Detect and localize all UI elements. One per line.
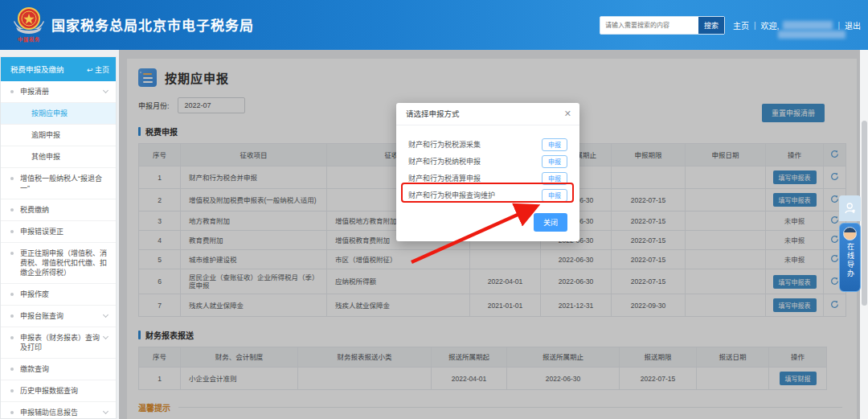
sidebar-item-label: 申报台账查询 (20, 311, 100, 321)
sidebar-item-label: 其他申报 (31, 152, 109, 162)
bullet-icon (10, 314, 14, 318)
chevron-down-icon (103, 88, 108, 93)
header-search: 搜索 (600, 16, 725, 35)
modal-option-label: 财产和行为税申报查询维护 (408, 190, 495, 200)
sidebar-item-label: 历史申报数据查询 (20, 386, 109, 396)
online-guide-label: 在线导办 (845, 243, 854, 278)
bullet-icon (10, 90, 14, 93)
bullet-icon (10, 230, 14, 233)
declare-mode-modal: 请选择申报方式 ✕ 财产和行为税税源采集申报财产和行为税纳税申报申报财产和行为税… (396, 103, 579, 241)
sidebar-title: 税费申报及缴纳 (10, 64, 87, 75)
sidebar-item[interactable]: 申报清册 (1, 81, 116, 103)
close-icon[interactable]: ✕ (564, 109, 571, 118)
bullet-icon (10, 336, 14, 339)
site-title: 国家税务总局北京市电子税务局 (51, 14, 254, 35)
user-name-blurred-line2 (778, 31, 845, 39)
welcome-text: 欢迎, (761, 19, 780, 31)
sidebar-item[interactable]: 逾期申报 (1, 125, 116, 146)
top-header: 中国税务 国家税务总局北京市电子税务局 搜索 主页 | 欢迎, | 退出 (0, 0, 868, 50)
modal-option: 财产和行为税税源采集申报 (408, 136, 567, 153)
scrollbar (860, 50, 868, 419)
user-star-icon[interactable] (839, 195, 861, 221)
search-button[interactable]: 搜索 (698, 17, 724, 34)
sidebar: 税费申报及缴纳 ↩ 主页 申报清册按期应申报逾期申报其他申报增值税一般纳税人“报… (0, 56, 117, 419)
sidebar-item[interactable]: 申报台账查询 (1, 306, 116, 327)
declare-button[interactable]: 申报 (542, 189, 567, 202)
chevron-down-icon (103, 312, 108, 318)
sidebar-home-button[interactable]: ↩ 主页 (87, 64, 109, 75)
guide-avatar-icon (843, 227, 857, 240)
sidebar-item-label: 申报错误更正 (20, 227, 109, 236)
sidebar-item[interactable]: 增值税一般纳税人“报退合一” (1, 168, 116, 199)
sidebar-item-label: 申报辅助信息报告 (20, 408, 100, 417)
sidebar-item[interactable]: 申报辅助信息报告 (1, 402, 116, 419)
header-links: 主页 | 欢迎, | 退出 (733, 19, 861, 31)
search-input[interactable] (600, 17, 698, 34)
bullet-icon (10, 252, 14, 255)
modal-option: 财产和行为税纳税申报申报 (408, 153, 567, 170)
sidebar-item[interactable]: 申报作废 (1, 284, 116, 306)
tax-emblem-logo: 中国税务 (11, 6, 47, 45)
modal-option: 财产和行为税申报查询维护申报 (408, 187, 567, 203)
online-guide-button[interactable]: 在线导办 (839, 223, 861, 292)
sidebar-item-label: 缴款查询 (20, 364, 109, 374)
modal-option-label: 财产和行为税纳税申报 (408, 156, 481, 166)
home-link[interactable]: 主页 (733, 19, 749, 31)
user-name-blurred (783, 21, 833, 30)
sidebar-item[interactable]: 税费缴纳 (1, 199, 116, 221)
modal-option-label: 财产和行为税税源采集 (408, 139, 481, 150)
chevron-down-icon (103, 409, 108, 414)
sidebar-item[interactable]: 按期应申报 (1, 103, 116, 125)
modal-options: 财产和行为税税源采集申报财产和行为税纳税申报申报财产和行为税清算申报申报财产和行… (396, 125, 579, 203)
sidebar-menu: 申报清册按期应申报逾期申报其他申报增值税一般纳税人“报退合一”税费缴纳申报错误更… (1, 81, 116, 419)
logo-text: 中国税务 (11, 35, 47, 43)
separator: | (754, 21, 756, 30)
sidebar-item-label: 申报清册 (20, 87, 100, 97)
sidebar-item-label: 申报表（财务报表）查询及打印 (20, 333, 100, 352)
online-guide-widget: 在线导办 (839, 195, 861, 292)
bullet-icon (10, 389, 14, 392)
sidebar-item-label: 更正往期申报（增值税、消费税、增值税代扣代缴、扣缴企业所得税） (20, 249, 109, 277)
logout-link[interactable]: 退出 (845, 19, 861, 31)
declare-button[interactable]: 申报 (542, 172, 567, 185)
sidebar-item-label: 按期应申报 (31, 109, 109, 118)
modal-close-button[interactable]: 关闭 (534, 213, 567, 232)
sidebar-item[interactable]: 其他申报 (1, 146, 116, 168)
declare-button[interactable]: 申报 (542, 138, 567, 151)
modal-title: 请选择申报方式 (396, 103, 579, 125)
chevron-down-icon (103, 334, 108, 339)
bullet-icon (10, 368, 14, 371)
sidebar-item[interactable]: 更正往期申报（增值税、消费税、增值税代扣代缴、扣缴企业所得税） (1, 243, 116, 284)
modal-option: 财产和行为税清算申报申报 (408, 170, 567, 187)
scrollbar-thumb[interactable] (862, 121, 867, 306)
declare-button[interactable]: 申报 (542, 155, 567, 168)
bullet-icon (10, 177, 14, 180)
bullet-icon (10, 411, 14, 414)
sidebar-item-label: 申报作废 (20, 290, 109, 299)
separator: | (837, 21, 840, 30)
bullet-icon (10, 293, 14, 296)
sidebar-item-label: 税费缴纳 (20, 205, 109, 215)
bullet-icon (10, 208, 14, 212)
modal-option-label: 财产和行为税清算申报 (408, 173, 481, 183)
sidebar-item-label: 增值税一般纳税人“报退合一” (20, 174, 109, 193)
sidebar-item[interactable]: 申报表（财务报表）查询及打印 (1, 327, 116, 359)
sidebar-header: 税费申报及缴纳 ↩ 主页 (1, 57, 116, 81)
back-arrow-icon: ↩ (87, 66, 93, 74)
sidebar-item[interactable]: 申报错误更正 (1, 221, 116, 243)
sidebar-item[interactable]: 历史申报数据查询 (1, 380, 116, 402)
sidebar-item-label: 逾期申报 (31, 130, 109, 140)
sidebar-item[interactable]: 缴款查询 (1, 359, 116, 380)
